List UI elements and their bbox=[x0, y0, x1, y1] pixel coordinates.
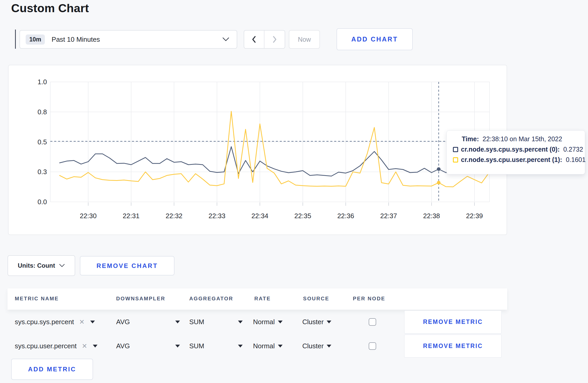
svg-text:1.0: 1.0 bbox=[38, 78, 47, 86]
step-back-button[interactable] bbox=[244, 31, 264, 48]
units-select[interactable]: Units: Count bbox=[8, 255, 75, 276]
svg-text:22:34: 22:34 bbox=[251, 212, 268, 220]
tooltip-time-label: Time: bbox=[462, 135, 479, 143]
sys-series-swatch-icon bbox=[453, 147, 458, 152]
clear-metric-icon[interactable]: ✕ bbox=[82, 342, 87, 350]
svg-text:22:35: 22:35 bbox=[294, 212, 311, 220]
remove-metric-button[interactable]: REMOVE METRIC bbox=[404, 310, 502, 334]
cpu-percent-line-chart[interactable]: 22:3022:3122:3222:3322:3422:3522:3622:37… bbox=[9, 65, 507, 235]
tooltip-time-value: 22:38:10 on Mar 15th, 2022 bbox=[482, 135, 562, 143]
svg-text:22:38: 22:38 bbox=[423, 212, 440, 220]
page-title: Custom Chart bbox=[11, 2, 89, 15]
remove-chart-button[interactable]: REMOVE CHART bbox=[80, 256, 174, 275]
rate-value: Normal bbox=[253, 342, 275, 350]
chart-hover-tooltip: Time: 22:38:10 on Mar 15th, 2022 cr.node… bbox=[446, 130, 585, 174]
caret-down-icon bbox=[238, 345, 243, 347]
rate-select[interactable]: Normal bbox=[253, 310, 283, 334]
metrics-table-header: METRIC NAME DOWNSAMPLER AGGREGATOR RATE … bbox=[8, 288, 507, 310]
chevron-right-icon bbox=[271, 36, 278, 43]
col-header-aggregator: AGGREGATOR bbox=[189, 296, 233, 302]
caret-down-icon bbox=[327, 321, 331, 323]
caret-down-icon bbox=[175, 321, 180, 323]
time-window-label: Past 10 Minutes bbox=[52, 36, 100, 44]
aggregator-select[interactable]: SUM bbox=[189, 310, 243, 334]
source-select[interactable]: Cluster bbox=[302, 310, 331, 334]
svg-text:22:39: 22:39 bbox=[466, 212, 483, 220]
caret-down-icon[interactable] bbox=[93, 345, 97, 347]
chevron-down-icon bbox=[59, 264, 65, 267]
col-header-downsampler: DOWNSAMPLER bbox=[116, 296, 165, 302]
per-node-cell bbox=[369, 334, 376, 358]
remove-metric-button[interactable]: REMOVE METRIC bbox=[404, 335, 502, 358]
caret-down-icon bbox=[327, 345, 331, 347]
now-button[interactable]: Now bbox=[289, 30, 320, 49]
metric-name-value: sys.cpu.sys.percent bbox=[15, 318, 74, 326]
time-window-select[interactable]: 10m Past 10 Minutes bbox=[19, 30, 237, 49]
chevron-down-icon bbox=[222, 37, 229, 42]
rate-value: Normal bbox=[253, 318, 275, 326]
chart-card[interactable]: 22:3022:3122:3222:3322:3422:3522:3622:37… bbox=[8, 65, 507, 235]
downsampler-select[interactable]: AVG bbox=[116, 334, 180, 358]
aggregator-value: SUM bbox=[189, 342, 204, 350]
downsampler-select[interactable]: AVG bbox=[116, 310, 180, 334]
metric-name-select[interactable]: sys.cpu.sys.percent ✕ bbox=[15, 310, 95, 334]
svg-text:22:33: 22:33 bbox=[208, 212, 225, 220]
tooltip-sys-value: 0.2732 bbox=[563, 146, 583, 153]
step-forward-button[interactable] bbox=[264, 31, 285, 48]
svg-text:22:31: 22:31 bbox=[123, 212, 139, 220]
caret-down-icon bbox=[278, 345, 283, 347]
clear-metric-icon[interactable]: ✕ bbox=[79, 318, 85, 326]
downsampler-value: AVG bbox=[116, 318, 130, 326]
aggregator-select[interactable]: SUM bbox=[189, 334, 243, 358]
caret-down-icon[interactable] bbox=[90, 321, 95, 323]
svg-text:22:36: 22:36 bbox=[337, 212, 354, 220]
add-chart-button[interactable]: ADD CHART bbox=[337, 28, 413, 50]
source-value: Cluster bbox=[302, 318, 324, 326]
time-step-group bbox=[244, 30, 285, 49]
per-node-cell bbox=[369, 310, 376, 334]
caret-down-icon bbox=[238, 321, 243, 323]
svg-text:22:32: 22:32 bbox=[166, 212, 183, 220]
metric-row: sys.cpu.user.percent ✕ AVG SUM Normal Cl… bbox=[8, 334, 507, 358]
downsampler-value: AVG bbox=[116, 342, 130, 350]
svg-text:22:37: 22:37 bbox=[380, 212, 397, 220]
col-header-metric-name: METRIC NAME bbox=[15, 296, 59, 302]
user-series-swatch-icon bbox=[453, 157, 458, 162]
metric-name-value: sys.cpu.user.percent bbox=[15, 342, 76, 350]
tooltip-sys-label: cr.node.sys.cpu.sys.percent (0): bbox=[461, 146, 560, 153]
svg-text:0.5: 0.5 bbox=[38, 138, 47, 146]
rate-select[interactable]: Normal bbox=[253, 334, 283, 358]
caret-down-icon bbox=[278, 321, 283, 323]
toolbar-left-divider bbox=[15, 30, 16, 49]
svg-text:22:30: 22:30 bbox=[80, 212, 97, 220]
aggregator-value: SUM bbox=[189, 318, 204, 326]
metric-name-select[interactable]: sys.cpu.user.percent ✕ bbox=[15, 334, 97, 358]
per-node-checkbox[interactable] bbox=[369, 318, 376, 326]
svg-text:0.3: 0.3 bbox=[38, 168, 47, 176]
col-header-source: SOURCE bbox=[303, 296, 329, 302]
metric-row: sys.cpu.sys.percent ✕ AVG SUM Normal Clu… bbox=[8, 310, 507, 334]
tooltip-user-value: 0.1601 bbox=[566, 156, 585, 164]
per-node-checkbox[interactable] bbox=[369, 342, 376, 350]
add-metric-button[interactable]: ADD METRIC bbox=[11, 359, 93, 380]
source-value: Cluster bbox=[302, 342, 324, 350]
time-window-badge: 10m bbox=[26, 34, 45, 45]
col-header-per-node: PER NODE bbox=[353, 296, 385, 302]
svg-text:0.0: 0.0 bbox=[38, 198, 47, 206]
caret-down-icon bbox=[175, 345, 180, 347]
col-header-rate: RATE bbox=[254, 296, 271, 302]
chevron-left-icon bbox=[251, 36, 257, 43]
source-select[interactable]: Cluster bbox=[302, 334, 331, 358]
units-label: Units: Count bbox=[18, 262, 55, 269]
tooltip-user-label: cr.node.sys.cpu.user.percent (1): bbox=[461, 156, 562, 164]
svg-text:0.8: 0.8 bbox=[38, 108, 47, 116]
